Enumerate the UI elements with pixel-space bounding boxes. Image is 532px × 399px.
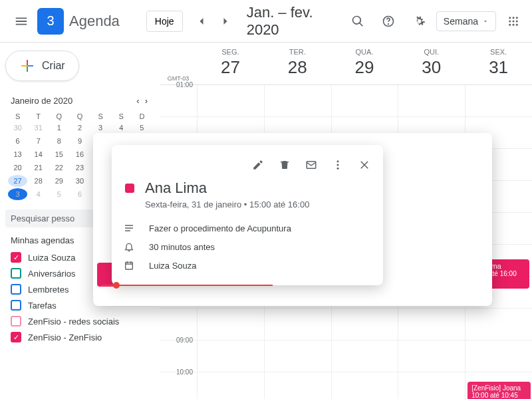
time-label: 10:00 bbox=[160, 368, 197, 399]
svg-point-2 bbox=[509, 17, 511, 19]
edit-event-button[interactable] bbox=[246, 153, 270, 177]
calendar-item[interactable]: ZenFisio - ZenFisio bbox=[5, 329, 154, 345]
mini-day[interactable]: 5 bbox=[49, 188, 68, 200]
day-number: 30 bbox=[398, 57, 465, 78]
svg-point-6 bbox=[513, 20, 515, 22]
day-abbr: QUI. bbox=[398, 48, 465, 56]
help-button[interactable] bbox=[375, 8, 402, 35]
time-cell[interactable] bbox=[264, 340, 331, 372]
time-cell[interactable] bbox=[465, 309, 532, 340]
mini-day[interactable]: 21 bbox=[29, 162, 48, 174]
calendar-checkbox[interactable] bbox=[11, 300, 21, 311]
create-button[interactable]: Criar bbox=[5, 51, 79, 81]
time-cell[interactable] bbox=[331, 372, 398, 399]
time-label: 09:00 bbox=[160, 336, 197, 372]
mini-day[interactable]: 14 bbox=[29, 148, 48, 160]
settings-button[interactable] bbox=[406, 8, 432, 35]
next-week-button[interactable] bbox=[215, 11, 236, 32]
mini-day[interactable]: 4 bbox=[112, 122, 131, 134]
svg-point-12 bbox=[337, 160, 339, 162]
event-zenfisio-joana[interactable]: [ZenFisio] Joana 10:00 até 10:45 bbox=[467, 382, 531, 399]
time-cell[interactable] bbox=[398, 340, 465, 372]
mini-weekday: Q bbox=[70, 112, 89, 120]
time-cell[interactable] bbox=[264, 85, 331, 116]
mini-day[interactable]: 8 bbox=[49, 135, 68, 147]
mini-day[interactable]: 2 bbox=[70, 122, 89, 134]
calendar-checkbox[interactable] bbox=[11, 268, 21, 279]
mini-day[interactable]: 4 bbox=[29, 188, 48, 200]
mini-day[interactable]: 1 bbox=[49, 122, 68, 134]
more-options-button[interactable] bbox=[326, 153, 350, 177]
mini-day[interactable]: 31 bbox=[29, 122, 48, 134]
search-icon bbox=[351, 15, 364, 28]
apps-button[interactable] bbox=[500, 8, 527, 35]
mini-day[interactable]: 29 bbox=[49, 175, 68, 187]
mini-weekday: D bbox=[132, 112, 152, 120]
mini-day[interactable]: 9 bbox=[70, 135, 89, 147]
mini-next-button[interactable]: › bbox=[144, 94, 149, 107]
time-cell[interactable] bbox=[264, 372, 331, 399]
mini-day[interactable]: 5 bbox=[132, 122, 152, 134]
mini-day[interactable]: 22 bbox=[49, 162, 68, 174]
help-icon bbox=[382, 15, 395, 28]
time-cell[interactable] bbox=[398, 85, 465, 116]
mini-day[interactable]: 13 bbox=[8, 148, 27, 160]
time-cell[interactable] bbox=[398, 309, 465, 340]
time-cell[interactable] bbox=[331, 340, 398, 372]
time-label bbox=[160, 305, 197, 340]
time-cell[interactable] bbox=[465, 340, 532, 372]
day-header[interactable]: SEG.27 bbox=[197, 43, 264, 84]
time-cell[interactable] bbox=[197, 372, 264, 399]
mini-day[interactable]: 27 bbox=[8, 175, 27, 187]
svg-point-14 bbox=[337, 168, 339, 170]
calendar-item[interactable]: ZenFisio - redes sociais bbox=[5, 313, 154, 329]
day-header[interactable]: TER.28 bbox=[264, 43, 331, 84]
mini-day[interactable]: 23 bbox=[70, 162, 89, 174]
svg-point-13 bbox=[337, 164, 339, 166]
day-header[interactable]: QUA.29 bbox=[331, 43, 398, 84]
mini-cal-title: Janeiro de 2020 bbox=[11, 96, 72, 106]
time-cell[interactable] bbox=[264, 309, 331, 340]
calendar-checkbox[interactable] bbox=[11, 284, 21, 295]
menu-icon bbox=[14, 14, 29, 29]
time-cell[interactable] bbox=[331, 309, 398, 340]
svg-point-7 bbox=[516, 20, 518, 22]
time-cell[interactable] bbox=[197, 85, 264, 116]
search-button[interactable] bbox=[344, 8, 371, 35]
time-cell[interactable] bbox=[197, 309, 264, 340]
chevron-right-icon bbox=[219, 15, 232, 28]
mini-day[interactable]: 7 bbox=[29, 135, 48, 147]
mini-day[interactable]: 30 bbox=[8, 122, 27, 134]
calendar-checkbox[interactable] bbox=[11, 316, 21, 327]
today-button[interactable]: Hoje bbox=[146, 11, 183, 32]
delete-event-button[interactable] bbox=[273, 153, 297, 177]
close-popup-button[interactable] bbox=[352, 153, 376, 177]
popup-organizer: Luiza Souza bbox=[149, 261, 197, 271]
time-cell[interactable] bbox=[197, 340, 264, 372]
app-title: Agenda bbox=[69, 13, 120, 30]
time-cell[interactable] bbox=[331, 85, 398, 116]
mini-day[interactable]: 6 bbox=[8, 135, 27, 147]
email-guests-button[interactable] bbox=[299, 153, 323, 177]
mini-day[interactable]: 3 bbox=[91, 122, 110, 134]
mini-day[interactable]: 28 bbox=[29, 175, 48, 187]
calendar-checkbox[interactable] bbox=[11, 332, 21, 342]
mini-day[interactable]: 6 bbox=[70, 188, 89, 200]
calendar-checkbox[interactable] bbox=[11, 252, 21, 263]
time-cell[interactable] bbox=[398, 372, 465, 399]
mini-day[interactable]: 20 bbox=[8, 162, 27, 174]
day-header[interactable]: QUI.30 bbox=[398, 43, 465, 84]
event-popup: Ana Lima Sexta-feira, 31 de janeiro • 15… bbox=[112, 145, 383, 285]
mini-day[interactable]: 3 bbox=[8, 188, 27, 200]
time-cell[interactable] bbox=[465, 85, 532, 116]
view-selector[interactable]: Semana bbox=[436, 11, 496, 31]
mini-prev-button[interactable]: ‹ bbox=[135, 94, 140, 107]
mini-day[interactable]: 30 bbox=[70, 175, 89, 187]
hamburger-menu-button[interactable] bbox=[5, 5, 37, 37]
day-header[interactable]: SEX.31 bbox=[465, 43, 532, 84]
caret-down-icon bbox=[482, 18, 489, 25]
prev-week-button[interactable] bbox=[191, 11, 212, 32]
mini-day[interactable]: 15 bbox=[49, 148, 68, 160]
svg-point-4 bbox=[516, 17, 518, 19]
mini-day[interactable]: 16 bbox=[70, 148, 89, 160]
